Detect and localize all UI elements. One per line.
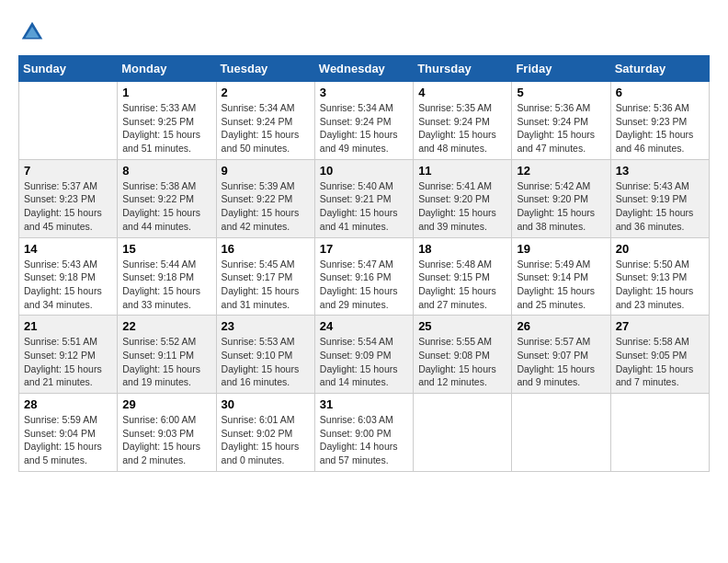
day-info: Sunrise: 5:52 AM Sunset: 9:11 PM Dayligh… bbox=[122, 335, 210, 389]
day-number: 9 bbox=[222, 164, 310, 178]
day-info: Sunrise: 5:43 AM Sunset: 9:18 PM Dayligh… bbox=[24, 258, 112, 312]
day-number: 21 bbox=[24, 319, 112, 333]
day-header-friday: Friday bbox=[512, 56, 610, 82]
day-cell: 11Sunrise: 5:41 AM Sunset: 9:20 PM Dayli… bbox=[414, 159, 512, 237]
day-number: 25 bbox=[418, 319, 506, 333]
day-number: 15 bbox=[122, 242, 210, 256]
day-number: 29 bbox=[122, 397, 210, 411]
day-cell: 19Sunrise: 5:49 AM Sunset: 9:14 PM Dayli… bbox=[512, 237, 610, 316]
day-info: Sunrise: 5:36 AM Sunset: 9:23 PM Dayligh… bbox=[616, 101, 704, 155]
day-cell: 16Sunrise: 5:45 AM Sunset: 9:17 PM Dayli… bbox=[216, 237, 314, 316]
day-info: Sunrise: 5:43 AM Sunset: 9:19 PM Dayligh… bbox=[616, 179, 704, 234]
day-info: Sunrise: 5:35 AM Sunset: 9:24 PM Dayligh… bbox=[418, 101, 506, 155]
day-cell: 1Sunrise: 5:33 AM Sunset: 9:25 PM Daylig… bbox=[118, 82, 216, 160]
day-info: Sunrise: 5:47 AM Sunset: 9:16 PM Dayligh… bbox=[320, 258, 408, 312]
day-number: 6 bbox=[616, 86, 704, 99]
day-cell: 15Sunrise: 5:44 AM Sunset: 9:18 PM Dayli… bbox=[118, 237, 216, 316]
day-info: Sunrise: 5:49 AM Sunset: 9:14 PM Dayligh… bbox=[517, 258, 605, 312]
day-cell: 28Sunrise: 5:59 AM Sunset: 9:04 PM Dayli… bbox=[19, 394, 118, 472]
day-info: Sunrise: 6:03 AM Sunset: 9:00 PM Dayligh… bbox=[320, 413, 408, 467]
day-cell: 26Sunrise: 5:57 AM Sunset: 9:07 PM Dayli… bbox=[512, 316, 610, 394]
day-cell: 29Sunrise: 6:00 AM Sunset: 9:03 PM Dayli… bbox=[118, 394, 216, 472]
day-number: 28 bbox=[24, 397, 112, 411]
day-info: Sunrise: 5:38 AM Sunset: 9:22 PM Dayligh… bbox=[122, 179, 210, 234]
day-info: Sunrise: 5:45 AM Sunset: 9:17 PM Dayligh… bbox=[222, 258, 310, 312]
day-header-thursday: Thursday bbox=[414, 56, 512, 82]
day-header-tuesday: Tuesday bbox=[216, 56, 314, 82]
day-cell bbox=[610, 394, 709, 472]
day-number: 1 bbox=[122, 86, 210, 99]
day-info: Sunrise: 5:39 AM Sunset: 9:22 PM Dayligh… bbox=[222, 179, 310, 234]
day-number: 3 bbox=[320, 86, 408, 99]
day-info: Sunrise: 5:48 AM Sunset: 9:15 PM Dayligh… bbox=[418, 258, 506, 312]
day-info: Sunrise: 5:59 AM Sunset: 9:04 PM Dayligh… bbox=[24, 413, 112, 467]
day-info: Sunrise: 6:01 AM Sunset: 9:02 PM Dayligh… bbox=[222, 413, 310, 467]
day-header-sunday: Sunday bbox=[19, 56, 118, 82]
day-cell: 17Sunrise: 5:47 AM Sunset: 9:16 PM Dayli… bbox=[314, 237, 413, 316]
day-number: 4 bbox=[418, 86, 506, 99]
day-cell: 7Sunrise: 5:37 AM Sunset: 9:23 PM Daylig… bbox=[19, 159, 118, 237]
day-cell: 22Sunrise: 5:52 AM Sunset: 9:11 PM Dayli… bbox=[118, 316, 216, 394]
day-info: Sunrise: 5:44 AM Sunset: 9:18 PM Dayligh… bbox=[122, 258, 210, 312]
day-cell: 14Sunrise: 5:43 AM Sunset: 9:18 PM Dayli… bbox=[19, 237, 118, 316]
day-info: Sunrise: 6:00 AM Sunset: 9:03 PM Dayligh… bbox=[122, 413, 210, 467]
day-info: Sunrise: 5:42 AM Sunset: 9:20 PM Dayligh… bbox=[517, 179, 605, 234]
day-header-wednesday: Wednesday bbox=[314, 56, 413, 82]
calendar-table: SundayMondayTuesdayWednesdayThursdayFrid… bbox=[18, 55, 710, 472]
day-number: 19 bbox=[517, 242, 605, 256]
day-number: 13 bbox=[616, 164, 704, 178]
day-info: Sunrise: 5:34 AM Sunset: 9:24 PM Dayligh… bbox=[320, 101, 408, 155]
week-row: 21Sunrise: 5:51 AM Sunset: 9:12 PM Dayli… bbox=[19, 316, 710, 394]
week-row: 7Sunrise: 5:37 AM Sunset: 9:23 PM Daylig… bbox=[19, 159, 710, 237]
day-info: Sunrise: 5:33 AM Sunset: 9:25 PM Dayligh… bbox=[122, 101, 210, 155]
day-cell bbox=[414, 394, 512, 472]
day-number: 30 bbox=[222, 397, 310, 411]
day-number: 12 bbox=[517, 164, 605, 178]
day-header-monday: Monday bbox=[118, 56, 216, 82]
day-number: 22 bbox=[122, 319, 210, 333]
day-cell bbox=[512, 394, 610, 472]
day-number: 14 bbox=[24, 242, 112, 256]
logo-icon bbox=[18, 18, 46, 46]
day-cell: 12Sunrise: 5:42 AM Sunset: 9:20 PM Dayli… bbox=[512, 159, 610, 237]
day-cell: 2Sunrise: 5:34 AM Sunset: 9:24 PM Daylig… bbox=[216, 82, 314, 160]
header-row: SundayMondayTuesdayWednesdayThursdayFrid… bbox=[19, 56, 710, 82]
day-info: Sunrise: 5:55 AM Sunset: 9:08 PM Dayligh… bbox=[418, 335, 506, 389]
day-number: 7 bbox=[24, 164, 112, 178]
day-number: 31 bbox=[320, 397, 408, 411]
day-info: Sunrise: 5:36 AM Sunset: 9:24 PM Dayligh… bbox=[517, 101, 605, 155]
day-number: 11 bbox=[418, 164, 506, 178]
day-info: Sunrise: 5:34 AM Sunset: 9:24 PM Dayligh… bbox=[222, 101, 310, 155]
day-info: Sunrise: 5:57 AM Sunset: 9:07 PM Dayligh… bbox=[517, 335, 605, 389]
day-info: Sunrise: 5:41 AM Sunset: 9:20 PM Dayligh… bbox=[418, 179, 506, 234]
day-info: Sunrise: 5:37 AM Sunset: 9:23 PM Dayligh… bbox=[24, 179, 112, 234]
day-cell: 8Sunrise: 5:38 AM Sunset: 9:22 PM Daylig… bbox=[118, 159, 216, 237]
day-number: 16 bbox=[222, 242, 310, 256]
day-info: Sunrise: 5:53 AM Sunset: 9:10 PM Dayligh… bbox=[222, 335, 310, 389]
day-cell: 4Sunrise: 5:35 AM Sunset: 9:24 PM Daylig… bbox=[414, 82, 512, 160]
day-cell: 30Sunrise: 6:01 AM Sunset: 9:02 PM Dayli… bbox=[216, 394, 314, 472]
day-number: 17 bbox=[320, 242, 408, 256]
day-cell: 6Sunrise: 5:36 AM Sunset: 9:23 PM Daylig… bbox=[610, 82, 709, 160]
day-info: Sunrise: 5:54 AM Sunset: 9:09 PM Dayligh… bbox=[320, 335, 408, 389]
day-cell: 23Sunrise: 5:53 AM Sunset: 9:10 PM Dayli… bbox=[216, 316, 314, 394]
day-number: 10 bbox=[320, 164, 408, 178]
day-cell: 25Sunrise: 5:55 AM Sunset: 9:08 PM Dayli… bbox=[414, 316, 512, 394]
day-info: Sunrise: 5:58 AM Sunset: 9:05 PM Dayligh… bbox=[616, 335, 704, 389]
day-cell: 24Sunrise: 5:54 AM Sunset: 9:09 PM Dayli… bbox=[314, 316, 413, 394]
logo bbox=[18, 18, 50, 46]
day-number: 24 bbox=[320, 319, 408, 333]
day-cell: 9Sunrise: 5:39 AM Sunset: 9:22 PM Daylig… bbox=[216, 159, 314, 237]
day-cell: 27Sunrise: 5:58 AM Sunset: 9:05 PM Dayli… bbox=[610, 316, 709, 394]
page-header bbox=[18, 18, 710, 46]
day-number: 8 bbox=[122, 164, 210, 178]
day-number: 2 bbox=[222, 86, 310, 99]
day-number: 26 bbox=[517, 319, 605, 333]
day-cell: 21Sunrise: 5:51 AM Sunset: 9:12 PM Dayli… bbox=[19, 316, 118, 394]
week-row: 14Sunrise: 5:43 AM Sunset: 9:18 PM Dayli… bbox=[19, 237, 710, 316]
week-row: 1Sunrise: 5:33 AM Sunset: 9:25 PM Daylig… bbox=[19, 82, 710, 160]
day-info: Sunrise: 5:51 AM Sunset: 9:12 PM Dayligh… bbox=[24, 335, 112, 389]
day-cell: 3Sunrise: 5:34 AM Sunset: 9:24 PM Daylig… bbox=[314, 82, 413, 160]
day-number: 18 bbox=[418, 242, 506, 256]
day-info: Sunrise: 5:50 AM Sunset: 9:13 PM Dayligh… bbox=[616, 258, 704, 312]
